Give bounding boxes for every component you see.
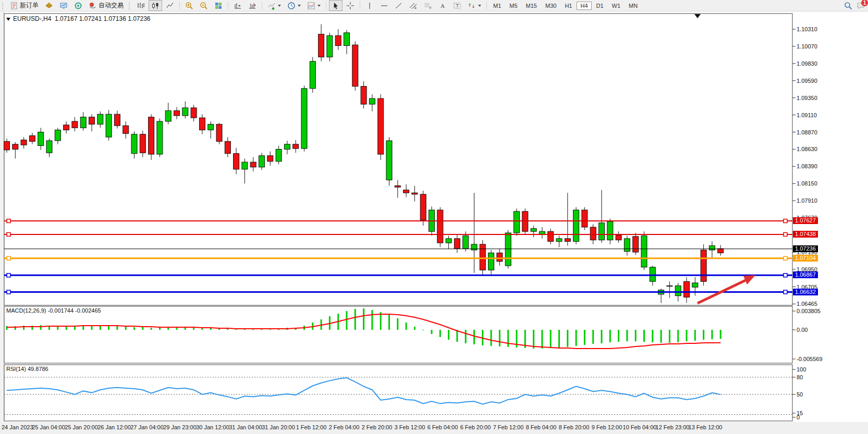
candle <box>46 141 52 153</box>
zoom-out-button[interactable] <box>197 0 211 11</box>
candle <box>599 223 605 240</box>
horizontal-line-button[interactable] <box>377 0 391 11</box>
candle <box>106 114 112 137</box>
line-handle[interactable] <box>7 274 10 277</box>
candle <box>191 108 197 118</box>
candle <box>267 156 273 162</box>
line-handle[interactable] <box>7 256 10 260</box>
candle <box>412 193 418 194</box>
line-handle[interactable] <box>784 256 787 260</box>
candle <box>199 118 205 130</box>
candle <box>327 35 333 57</box>
fibonacci-button[interactable]: F <box>421 0 435 11</box>
text-button[interactable]: A <box>436 0 449 11</box>
chart-canvas[interactable] <box>0 0 868 434</box>
zoom-in-button[interactable] <box>182 0 196 11</box>
equidistant-channel-button[interactable]: E <box>407 0 420 11</box>
candle <box>480 244 485 270</box>
crosshair-button[interactable] <box>344 0 357 11</box>
metaeditor-button[interactable] <box>42 0 56 11</box>
bar-chart-button[interactable] <box>134 0 148 11</box>
candle <box>573 210 579 241</box>
templates-button[interactable] <box>304 0 323 11</box>
candle <box>650 267 655 281</box>
line-chart-button[interactable] <box>163 0 177 11</box>
market-watch-button[interactable] <box>57 0 70 11</box>
line-handle[interactable] <box>784 219 787 223</box>
toolbar-grip <box>2 2 5 9</box>
timeframe-m30[interactable]: M30 <box>542 2 560 10</box>
candle <box>55 130 60 141</box>
vertical-line-button[interactable] <box>363 0 376 11</box>
toolbar-separator <box>486 2 487 9</box>
periods-button[interactable] <box>285 0 303 11</box>
signals-button[interactable] <box>71 0 85 11</box>
candle <box>38 132 44 146</box>
line-handle[interactable] <box>7 290 10 294</box>
timeframe-d1[interactable]: D1 <box>593 2 607 10</box>
candle <box>718 249 724 253</box>
svg-text:A: A <box>441 3 445 9</box>
timeframe-m15[interactable]: M15 <box>522 2 541 10</box>
chart-shift-button[interactable] <box>231 0 244 11</box>
trendline-button[interactable] <box>392 0 406 11</box>
notifications-button[interactable]: 1 <box>857 2 865 10</box>
timeframe-w1[interactable]: W1 <box>608 2 625 10</box>
candle <box>29 135 35 141</box>
indicators-button[interactable] <box>265 0 284 11</box>
equidistant-channel-icon: E <box>409 2 418 10</box>
svg-text:T: T <box>456 3 459 8</box>
autotrading-button[interactable]: 自动交易 <box>86 0 126 11</box>
text-label-button[interactable]: T <box>450 0 464 11</box>
rsi-pane[interactable] <box>4 365 792 421</box>
bar-chart-icon <box>137 2 145 10</box>
candle <box>531 229 536 231</box>
line-handle[interactable] <box>784 274 787 277</box>
toolbar-separator <box>262 2 262 9</box>
candle <box>208 124 214 130</box>
arrows-button[interactable] <box>465 0 484 11</box>
candle <box>284 144 290 150</box>
zoom-in-icon <box>185 2 193 10</box>
auto-scroll-button[interactable] <box>246 0 259 11</box>
tile-windows-button[interactable] <box>212 0 225 11</box>
candle <box>352 45 358 86</box>
line-handle[interactable] <box>784 290 787 294</box>
line-handle[interactable] <box>784 232 787 236</box>
candle <box>89 117 95 125</box>
candle <box>701 250 706 281</box>
toolbar-separator <box>179 2 180 9</box>
timeframe-h1[interactable]: H1 <box>561 2 576 10</box>
timeframe-h4[interactable]: H4 <box>577 2 591 10</box>
cursor-icon <box>332 2 340 10</box>
new-order-icon <box>10 2 18 10</box>
candle <box>361 86 366 104</box>
candle <box>497 253 503 261</box>
toolbar-separator <box>326 2 326 9</box>
candle <box>641 235 647 267</box>
candle <box>446 239 451 243</box>
new-order-button[interactable]: 新订单 <box>7 0 41 11</box>
search-icon[interactable] <box>844 2 852 10</box>
cursor-button[interactable] <box>329 0 343 11</box>
main-chart-pane[interactable] <box>4 14 792 305</box>
templates-icon <box>307 2 315 10</box>
candle <box>72 121 78 128</box>
candlestick-chart-button[interactable] <box>149 0 162 11</box>
candle <box>293 144 299 148</box>
signals-icon <box>74 2 82 10</box>
timeframe-m5[interactable]: M5 <box>506 2 521 10</box>
candle <box>709 246 715 250</box>
text-icon: A <box>438 2 447 10</box>
candle <box>624 239 630 252</box>
fibonacci-icon: F <box>424 2 432 10</box>
candle <box>250 162 256 167</box>
timeframe-mn[interactable]: MN <box>625 2 641 10</box>
candle <box>4 141 10 150</box>
tile-windows-icon <box>214 2 223 10</box>
timeframe-m1[interactable]: M1 <box>490 2 505 10</box>
line-handle[interactable] <box>7 232 10 236</box>
candle <box>607 221 613 240</box>
candle <box>488 253 494 270</box>
line-handle[interactable] <box>7 219 10 223</box>
